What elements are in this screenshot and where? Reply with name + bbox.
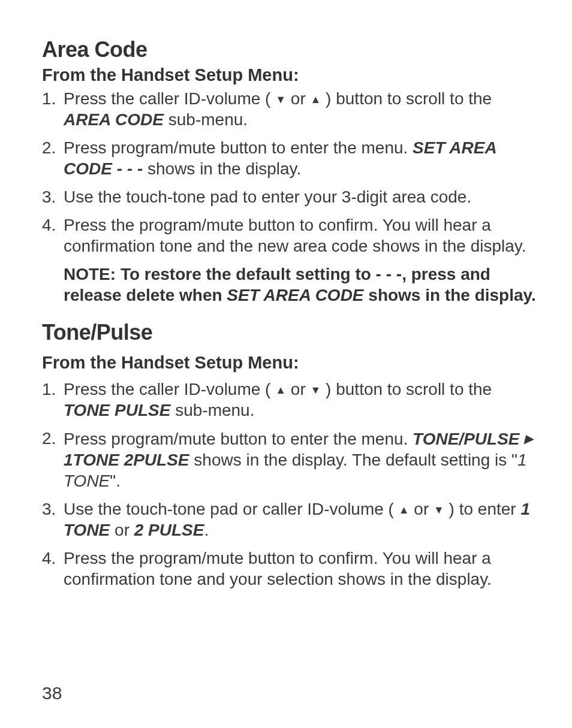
area-code-heading: Area Code bbox=[42, 36, 536, 63]
menu-term: TONE PULSE bbox=[64, 401, 170, 419]
step-text: Use the touch-tone pad or caller ID-volu… bbox=[64, 500, 399, 518]
list-item: Press the caller ID-volume ( ▲ or ▼ ) bu… bbox=[42, 379, 536, 421]
step-text: ) button to scroll to the bbox=[321, 380, 492, 398]
right-arrow-icon: ▸ bbox=[524, 428, 532, 449]
step-text: sub-menu. bbox=[164, 110, 248, 129]
menu-term: SET AREA CODE bbox=[227, 286, 363, 304]
step-text: sub-menu. bbox=[170, 401, 254, 419]
tone-pulse-subhead: From the Handset Setup Menu: bbox=[42, 352, 536, 373]
area-code-steps: Press the caller ID-volume ( ▼ or ▲ ) bu… bbox=[42, 88, 536, 256]
step-text: shows in the display. The default settin… bbox=[189, 451, 517, 469]
down-arrow-icon: ▼ bbox=[433, 503, 444, 517]
step-text: ) button to scroll to the bbox=[321, 89, 492, 108]
step-text: Press the caller ID-volume ( bbox=[64, 89, 275, 108]
menu-term: AREA CODE bbox=[64, 110, 164, 129]
step-text: ) to enter bbox=[444, 500, 521, 518]
note-text: shows in the display. bbox=[364, 286, 536, 304]
area-code-note: NOTE: To restore the default setting to … bbox=[42, 264, 536, 306]
menu-term: 2 PULSE bbox=[134, 521, 204, 539]
list-item: Press the program/mute button to confirm… bbox=[42, 215, 536, 256]
step-text: Press program/mute button to enter the m… bbox=[64, 138, 413, 157]
step-text: or bbox=[286, 89, 310, 108]
down-arrow-icon: ▼ bbox=[275, 93, 286, 107]
step-text: or bbox=[410, 500, 433, 518]
step-text: Use the touch-tone pad to enter your 3-d… bbox=[64, 188, 471, 206]
page-number: 38 bbox=[42, 682, 62, 705]
step-text: Press the program/mute button to confirm… bbox=[64, 216, 526, 255]
menu-term: 1TONE 2PULSE bbox=[64, 451, 189, 469]
list-item: Press program/mute button to enter the m… bbox=[42, 137, 536, 179]
tone-pulse-heading: Tone/Pulse bbox=[42, 319, 536, 346]
step-text: shows in the display. bbox=[143, 159, 301, 178]
step-text: ". bbox=[110, 472, 121, 490]
step-text: Press the caller ID-volume ( bbox=[64, 380, 275, 398]
list-item: Use the touch-tone pad to enter your 3-d… bbox=[42, 186, 536, 207]
step-text: or bbox=[286, 380, 310, 398]
up-arrow-icon: ▲ bbox=[399, 503, 410, 517]
list-item: Press the caller ID-volume ( ▼ or ▲ ) bu… bbox=[42, 88, 536, 130]
step-text: Press program/mute button to enter the m… bbox=[64, 430, 413, 448]
area-code-subhead: From the Handset Setup Menu: bbox=[42, 64, 536, 86]
step-text: Press the program/mute button to confirm… bbox=[64, 549, 492, 588]
up-arrow-icon: ▲ bbox=[275, 383, 286, 397]
up-arrow-icon: ▲ bbox=[311, 93, 321, 107]
step-text: or bbox=[110, 521, 134, 539]
list-item: Use the touch-tone pad or caller ID-volu… bbox=[42, 499, 536, 540]
list-item: Press the program/mute button to confirm… bbox=[42, 548, 536, 590]
menu-term: TONE/PULSE bbox=[413, 430, 524, 448]
step-text: . bbox=[204, 521, 209, 539]
down-arrow-icon: ▼ bbox=[311, 383, 321, 397]
list-item: Press program/mute button to enter the m… bbox=[42, 428, 536, 491]
tone-pulse-steps: Press the caller ID-volume ( ▲ or ▼ ) bu… bbox=[42, 379, 536, 590]
